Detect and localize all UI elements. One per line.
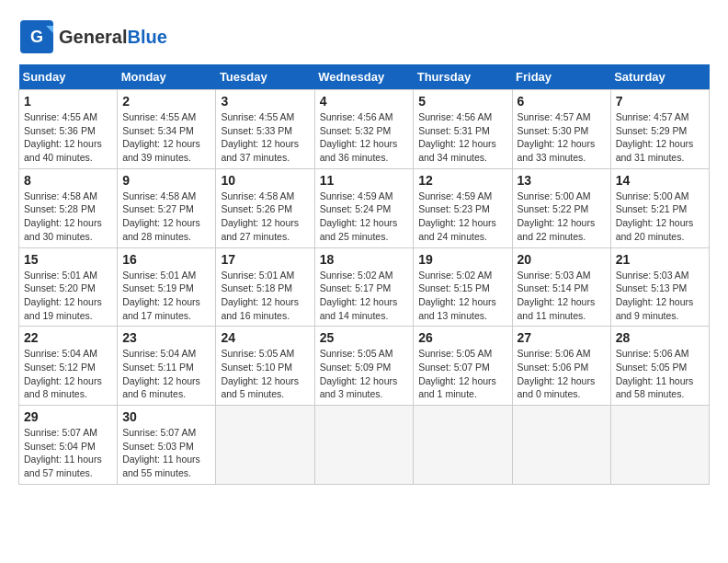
day-number: 10 xyxy=(221,173,309,188)
day-info: Sunrise: 5:06 AM Sunset: 5:06 PM Dayligh… xyxy=(518,347,606,401)
day-number: 12 xyxy=(418,173,506,188)
table-row: 26 Sunrise: 5:05 AM Sunset: 5:07 PM Dayl… xyxy=(414,327,512,406)
day-number: 23 xyxy=(122,330,210,345)
day-number: 20 xyxy=(518,252,606,267)
table-row: 6 Sunrise: 4:57 AM Sunset: 5:30 PM Dayli… xyxy=(512,90,610,169)
table-row: 13 Sunrise: 5:00 AM Sunset: 5:22 PM Dayl… xyxy=(512,168,610,247)
table-row: 16 Sunrise: 5:01 AM Sunset: 5:19 PM Dayl… xyxy=(118,247,216,327)
table-row xyxy=(610,406,709,485)
table-row: 4 Sunrise: 4:56 AM Sunset: 5:32 PM Dayli… xyxy=(314,90,414,169)
day-number: 21 xyxy=(616,252,704,267)
logo: G GeneralBlue xyxy=(18,18,167,55)
day-info: Sunrise: 5:04 AM Sunset: 5:12 PM Dayligh… xyxy=(24,347,112,401)
table-row: 15 Sunrise: 5:01 AM Sunset: 5:20 PM Dayl… xyxy=(19,247,118,327)
day-number: 15 xyxy=(24,252,112,267)
day-info: Sunrise: 4:58 AM Sunset: 5:28 PM Dayligh… xyxy=(24,190,112,244)
day-number: 6 xyxy=(518,94,606,109)
day-number: 1 xyxy=(24,94,112,109)
day-info: Sunrise: 4:55 AM Sunset: 5:36 PM Dayligh… xyxy=(24,110,112,165)
logo-icon: G xyxy=(18,18,55,55)
table-row: 21 Sunrise: 5:03 AM Sunset: 5:13 PM Dayl… xyxy=(610,247,709,327)
svg-text:G: G xyxy=(30,28,43,46)
day-number: 30 xyxy=(122,409,210,424)
day-number: 19 xyxy=(418,252,506,267)
day-number: 13 xyxy=(518,173,606,188)
day-number: 18 xyxy=(320,252,409,267)
table-row: 19 Sunrise: 5:02 AM Sunset: 5:15 PM Dayl… xyxy=(414,247,512,327)
col-friday: Friday xyxy=(512,64,610,90)
table-row: 24 Sunrise: 5:05 AM Sunset: 5:10 PM Dayl… xyxy=(216,327,314,406)
table-row: 5 Sunrise: 4:56 AM Sunset: 5:31 PM Dayli… xyxy=(414,90,512,169)
day-number: 9 xyxy=(122,173,210,188)
table-row: 7 Sunrise: 4:57 AM Sunset: 5:29 PM Dayli… xyxy=(610,90,709,169)
table-row xyxy=(512,406,610,485)
day-number: 14 xyxy=(616,173,704,188)
col-sunday: Sunday xyxy=(19,64,118,90)
day-info: Sunrise: 5:01 AM Sunset: 5:18 PM Dayligh… xyxy=(221,269,309,323)
day-number: 29 xyxy=(24,409,112,424)
day-info: Sunrise: 4:58 AM Sunset: 5:27 PM Dayligh… xyxy=(122,190,210,244)
day-info: Sunrise: 4:57 AM Sunset: 5:29 PM Dayligh… xyxy=(616,110,704,165)
day-info: Sunrise: 5:01 AM Sunset: 5:19 PM Dayligh… xyxy=(122,269,210,323)
day-number: 27 xyxy=(518,330,606,345)
day-number: 16 xyxy=(122,252,210,267)
table-row xyxy=(216,406,314,485)
day-info: Sunrise: 5:00 AM Sunset: 5:22 PM Dayligh… xyxy=(518,190,606,244)
calendar: Sunday Monday Tuesday Wednesday Thursday… xyxy=(18,64,710,485)
table-row: 27 Sunrise: 5:06 AM Sunset: 5:06 PM Dayl… xyxy=(512,327,610,406)
day-info: Sunrise: 4:56 AM Sunset: 5:32 PM Dayligh… xyxy=(320,110,409,165)
col-wednesday: Wednesday xyxy=(314,64,414,90)
day-number: 8 xyxy=(24,173,112,188)
day-info: Sunrise: 4:55 AM Sunset: 5:34 PM Dayligh… xyxy=(122,110,210,165)
day-info: Sunrise: 4:59 AM Sunset: 5:23 PM Dayligh… xyxy=(418,190,506,244)
table-row: 11 Sunrise: 4:59 AM Sunset: 5:24 PM Dayl… xyxy=(314,168,414,247)
day-info: Sunrise: 4:57 AM Sunset: 5:30 PM Dayligh… xyxy=(518,110,606,165)
day-info: Sunrise: 5:05 AM Sunset: 5:09 PM Dayligh… xyxy=(320,347,409,401)
day-info: Sunrise: 5:07 AM Sunset: 5:04 PM Dayligh… xyxy=(24,426,112,480)
day-info: Sunrise: 5:05 AM Sunset: 5:10 PM Dayligh… xyxy=(221,347,309,401)
col-tuesday: Tuesday xyxy=(216,64,314,90)
table-row: 25 Sunrise: 5:05 AM Sunset: 5:09 PM Dayl… xyxy=(314,327,414,406)
col-saturday: Saturday xyxy=(610,64,709,90)
day-info: Sunrise: 5:07 AM Sunset: 5:03 PM Dayligh… xyxy=(122,426,210,480)
day-info: Sunrise: 4:59 AM Sunset: 5:24 PM Dayligh… xyxy=(320,190,409,244)
col-monday: Monday xyxy=(118,64,216,90)
day-info: Sunrise: 4:56 AM Sunset: 5:31 PM Dayligh… xyxy=(418,110,506,165)
day-info: Sunrise: 5:03 AM Sunset: 5:13 PM Dayligh… xyxy=(616,269,704,323)
table-row: 29 Sunrise: 5:07 AM Sunset: 5:04 PM Dayl… xyxy=(19,406,118,485)
day-info: Sunrise: 5:06 AM Sunset: 5:05 PM Dayligh… xyxy=(616,347,704,401)
table-row xyxy=(314,406,414,485)
table-row xyxy=(414,406,512,485)
day-number: 26 xyxy=(418,330,506,345)
day-number: 25 xyxy=(320,330,409,345)
day-number: 2 xyxy=(122,94,210,109)
table-row: 28 Sunrise: 5:06 AM Sunset: 5:05 PM Dayl… xyxy=(610,327,709,406)
day-info: Sunrise: 5:05 AM Sunset: 5:07 PM Dayligh… xyxy=(418,347,506,401)
table-row: 20 Sunrise: 5:03 AM Sunset: 5:14 PM Dayl… xyxy=(512,247,610,327)
logo-general: General xyxy=(59,27,127,47)
day-number: 22 xyxy=(24,330,112,345)
day-number: 24 xyxy=(221,330,309,345)
day-number: 5 xyxy=(418,94,506,109)
table-row: 22 Sunrise: 5:04 AM Sunset: 5:12 PM Dayl… xyxy=(19,327,118,406)
table-row: 12 Sunrise: 4:59 AM Sunset: 5:23 PM Dayl… xyxy=(414,168,512,247)
day-number: 3 xyxy=(221,94,309,109)
day-info: Sunrise: 4:55 AM Sunset: 5:33 PM Dayligh… xyxy=(221,110,309,165)
day-number: 28 xyxy=(616,330,704,345)
table-row: 14 Sunrise: 5:00 AM Sunset: 5:21 PM Dayl… xyxy=(610,168,709,247)
day-info: Sunrise: 5:03 AM Sunset: 5:14 PM Dayligh… xyxy=(518,269,606,323)
page-header: G GeneralBlue xyxy=(18,18,710,55)
col-thursday: Thursday xyxy=(414,64,512,90)
table-row: 23 Sunrise: 5:04 AM Sunset: 5:11 PM Dayl… xyxy=(118,327,216,406)
table-row: 10 Sunrise: 4:58 AM Sunset: 5:26 PM Dayl… xyxy=(216,168,314,247)
table-row: 18 Sunrise: 5:02 AM Sunset: 5:17 PM Dayl… xyxy=(314,247,414,327)
table-row: 3 Sunrise: 4:55 AM Sunset: 5:33 PM Dayli… xyxy=(216,90,314,169)
table-row: 2 Sunrise: 4:55 AM Sunset: 5:34 PM Dayli… xyxy=(118,90,216,169)
table-row: 8 Sunrise: 4:58 AM Sunset: 5:28 PM Dayli… xyxy=(19,168,118,247)
day-number: 17 xyxy=(221,252,309,267)
table-row: 1 Sunrise: 4:55 AM Sunset: 5:36 PM Dayli… xyxy=(19,90,118,169)
day-info: Sunrise: 5:00 AM Sunset: 5:21 PM Dayligh… xyxy=(616,190,704,244)
day-info: Sunrise: 5:01 AM Sunset: 5:20 PM Dayligh… xyxy=(24,269,112,323)
table-row: 30 Sunrise: 5:07 AM Sunset: 5:03 PM Dayl… xyxy=(118,406,216,485)
logo-blue: Blue xyxy=(127,27,166,47)
